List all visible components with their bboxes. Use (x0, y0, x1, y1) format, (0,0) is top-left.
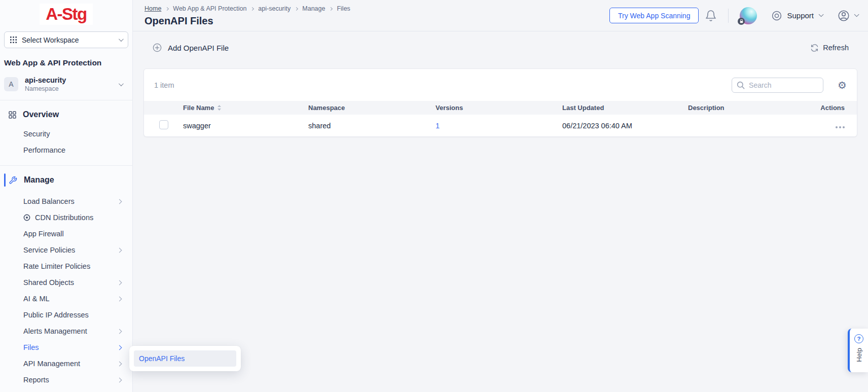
refresh-button[interactable]: Refresh (810, 44, 849, 52)
sidebar: A-Stg Select Workspace Web App & API Pro… (0, 0, 133, 392)
help-label: Help (855, 348, 863, 362)
namespace-selector[interactable]: A api-security Namespace (4, 76, 128, 92)
column-header-namespace: Namespace (308, 104, 436, 112)
sidebar-item-alerts-management[interactable]: Alerts Management (0, 323, 132, 339)
column-header-last-updated: Last Updated (562, 104, 688, 112)
tenant-avatar[interactable] (740, 7, 757, 24)
chevron-down-icon (819, 12, 824, 17)
breadcrumb-separator-icon (295, 7, 298, 10)
sidebar-item-reports[interactable]: Reports (0, 372, 132, 388)
row-checkbox[interactable] (159, 120, 168, 129)
chevron-right-icon (117, 361, 122, 366)
app-root: A-Stg Select Workspace Web App & API Pro… (0, 0, 868, 392)
flyout-item-openapi-files[interactable]: OpenAPI Files (134, 350, 236, 367)
sidebar-group-manage: Manage Load Balancers CDN Distributions … (0, 166, 132, 388)
chevron-right-icon (117, 296, 122, 301)
notifications-bell-icon[interactable] (705, 10, 717, 22)
openapi-files-table-card: 1 item ⚙ File Name (143, 68, 857, 137)
page-title: OpenAPI Files (144, 15, 350, 27)
sidebar-item-overview[interactable]: Overview (0, 106, 132, 123)
support-label: Support (787, 11, 814, 20)
brand-logo-text: A-Stg (40, 4, 92, 25)
search-icon (737, 81, 745, 89)
try-web-app-scanning-button[interactable]: Try Web App Scanning (609, 8, 699, 23)
namespace-avatar: A (4, 77, 18, 91)
help-question-icon: ? (854, 334, 863, 343)
sidebar-item-service-policies[interactable]: Service Policies (0, 242, 132, 258)
sidebar-item-performance[interactable]: Performance (0, 142, 132, 158)
row-actions-menu-icon[interactable] (836, 126, 845, 128)
refresh-label: Refresh (823, 44, 849, 52)
sidebar-item-public-ip-addresses[interactable]: Public IP Addresses (0, 307, 132, 323)
add-openapi-file-button[interactable]: Add OpenAPI File (152, 43, 229, 53)
overview-grid-icon (9, 111, 16, 119)
breadcrumb-separator-icon (250, 7, 254, 10)
column-header-description: Description (688, 104, 805, 112)
workspace-grid-icon (10, 37, 17, 43)
sidebar-item-app-firewall[interactable]: App Firewall (0, 226, 132, 242)
cell-file-name: swagger (183, 122, 308, 130)
sidebar-item-label: Overview (23, 110, 59, 119)
topbar: Home Web App & API Protection api-securi… (133, 0, 868, 31)
help-tab[interactable]: ? Help (848, 329, 868, 372)
support-lifebuoy-icon (771, 10, 782, 21)
chevron-down-icon (119, 37, 124, 42)
table-search (732, 78, 823, 93)
workspace-selector[interactable]: Select Workspace (4, 31, 128, 48)
workspace-selector-label: Select Workspace (22, 36, 114, 44)
breadcrumb-home[interactable]: Home (144, 5, 161, 12)
column-header-file-name[interactable]: File Name (183, 104, 308, 112)
breadcrumb-separator-icon (165, 7, 169, 10)
sort-icon (217, 104, 222, 111)
sidebar-item-cdn-distributions[interactable]: CDN Distributions (0, 209, 132, 226)
namespace-type-label: Namespace (25, 85, 112, 92)
breadcrumb-waap[interactable]: Web App & API Protection (173, 5, 246, 12)
chevron-down-icon (119, 81, 124, 86)
chevron-right-icon (117, 329, 122, 334)
sidebar-item-security[interactable]: Security (0, 126, 132, 142)
refresh-icon (810, 44, 819, 52)
chevron-right-icon (117, 280, 122, 285)
namespace-name: api-security (25, 76, 112, 84)
files-flyout-menu: OpenAPI Files (129, 346, 241, 371)
user-account-menu[interactable] (837, 9, 857, 22)
breadcrumb-separator-icon (329, 7, 333, 10)
chevron-right-icon (117, 199, 122, 204)
sidebar-item-api-management[interactable]: API Management (0, 355, 132, 372)
gear-icon[interactable]: ⚙ (838, 80, 847, 90)
sidebar-item-rate-limiter-policies[interactable]: Rate Limiter Policies (0, 258, 132, 274)
breadcrumb-files: Files (337, 5, 350, 12)
cell-last-updated: 06/21/2023 06:40 AM (562, 122, 688, 130)
sidebar-item-manage[interactable]: Manage (0, 172, 132, 188)
item-count: 1 item (154, 81, 174, 89)
sidebar-item-load-balancers[interactable]: Load Balancers (0, 193, 132, 209)
plus-circle-icon (152, 43, 162, 53)
breadcrumb-manage[interactable]: Manage (302, 5, 325, 12)
column-header-actions: Actions (805, 104, 857, 112)
main-content: Add OpenAPI File Refresh 1 item (133, 31, 868, 392)
search-input[interactable] (749, 81, 818, 89)
user-icon (837, 9, 850, 22)
column-header-versions: Versions (436, 104, 562, 112)
sidebar-item-files[interactable]: Files (0, 339, 132, 355)
chevron-down-icon (854, 12, 859, 17)
cell-namespace: shared (308, 122, 436, 130)
chevron-right-icon (117, 377, 122, 382)
topbar-divider (728, 9, 729, 23)
wrench-icon (9, 176, 17, 185)
sidebar-item-shared-objects[interactable]: Shared Objects (0, 274, 132, 291)
table-row: swagger shared 1 06/21/2023 06:40 AM (144, 115, 857, 136)
table-header-row: File Name Namespace Versions Last Update… (144, 101, 857, 115)
sidebar-group-overview: Overview Security Performance (0, 100, 132, 165)
cdn-icon (23, 214, 30, 221)
chevron-right-icon (117, 345, 122, 350)
breadcrumb: Home Web App & API Protection api-securi… (144, 5, 350, 12)
sidebar-section-title: Web App & API Protection (4, 58, 128, 67)
add-button-label: Add OpenAPI File (168, 44, 229, 52)
breadcrumb-namespace[interactable]: api-security (258, 5, 291, 12)
chevron-right-icon (117, 247, 122, 253)
lock-badge-icon (738, 18, 745, 25)
sidebar-item-ai-ml[interactable]: AI & ML (0, 291, 132, 307)
cell-versions-link[interactable]: 1 (436, 122, 562, 130)
support-menu[interactable]: Support (771, 10, 822, 21)
